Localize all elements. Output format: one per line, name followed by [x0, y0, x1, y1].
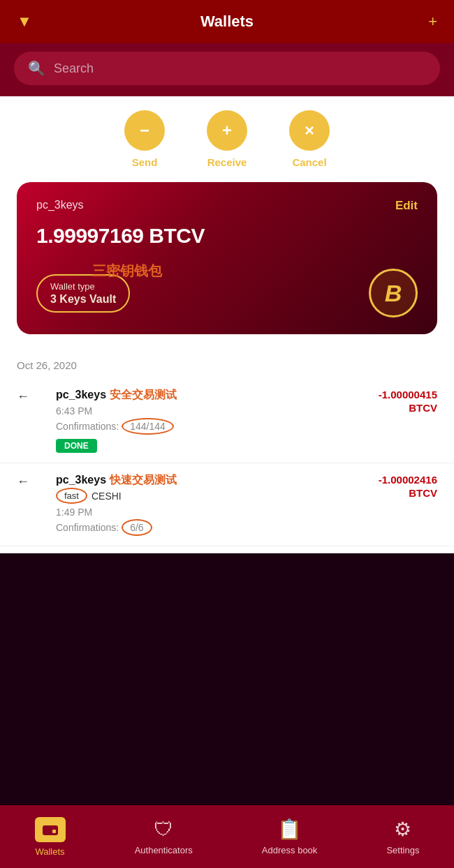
header: ▼ Wallets + [0, 0, 454, 43]
receive-button[interactable]: + Receive [207, 110, 247, 168]
tx-fast-label: fast [56, 488, 87, 504]
tx-status-done-1: DONE [56, 439, 97, 453]
svg-rect-1 [52, 830, 56, 833]
table-row[interactable]: ← 🗂 pc_3keys 快速交易测试 fast CESHI 1:49 PM C… [0, 463, 454, 546]
wallet-card-area: pc_3keys Edit 1.99997169 BTCV Wallet typ… [0, 175, 454, 348]
cancel-label: Cancel [292, 156, 326, 168]
send-label: Send [132, 156, 158, 168]
btc-letter: B [385, 280, 402, 307]
tx-conf-value-1: 144/144 [122, 418, 174, 435]
transaction-list: Oct 26, 2020 ← 🗂 pc_3keys 安全交易测试 6:43 PM… [0, 348, 454, 553]
btc-icon: B [369, 269, 418, 317]
action-area: − Send + Receive × Cancel [0, 96, 454, 175]
tx-confirmations-1: Confirmations: 144/144 [56, 418, 372, 435]
bottom-nav: Wallets 🛡 Authenticators 📋 Address book … [0, 805, 454, 868]
settings-nav-label: Settings [386, 845, 419, 855]
tx-date: Oct 26, 2020 [0, 348, 454, 378]
nav-item-wallets[interactable]: Wallets [24, 811, 77, 862]
tx-amount-2: -1.00002416 BTCV [379, 473, 437, 499]
nav-item-address-book[interactable]: 📋 Address book [251, 812, 329, 861]
send-button[interactable]: − Send [124, 110, 165, 168]
tx-left-col: ← 🗂 pc_3keys 安全交易测试 6:43 PM Confirmation… [17, 388, 372, 453]
nav-item-settings[interactable]: ⚙ Settings [375, 812, 430, 861]
page-title: Wallets [200, 13, 254, 31]
tx-left-col-2: ← 🗂 pc_3keys 快速交易测试 fast CESHI 1:49 PM C… [17, 473, 372, 536]
table-row[interactable]: ← 🗂 pc_3keys 安全交易测试 6:43 PM Confirmation… [0, 378, 454, 463]
tx-ceshi-label: CESHI [91, 491, 122, 502]
tx-wallet-name-row: pc_3keys 安全交易测试 [56, 388, 372, 403]
tx-time-2: 1:49 PM [56, 507, 372, 518]
wallet-type-chinese-annotation: 三密钥钱包 [92, 262, 162, 280]
tx-conf-value-2: 6/6 [122, 519, 152, 536]
wallet-type-label: Wallet type [50, 281, 116, 292]
tx-info-2: pc_3keys 快速交易测试 fast CESHI 1:49 PM Confi… [56, 473, 372, 536]
cancel-icon-circle: × [289, 110, 330, 151]
tx-wallet-icon: 🗂 [36, 389, 49, 404]
tx-time-1: 6:43 PM [56, 405, 372, 417]
tx-currency-2: BTCV [379, 487, 437, 499]
wallet-balance: 1.99997169 BTCV [36, 224, 418, 248]
filter-icon[interactable]: ▼ [17, 13, 32, 31]
receive-label: Receive [207, 156, 247, 168]
send-icon-circle: − [124, 110, 165, 151]
authenticators-nav-label: Authenticators [135, 845, 193, 855]
tx-direction-icon-2: ← [17, 474, 29, 489]
address-book-nav-icon: 📋 [277, 818, 302, 841]
tx-info: pc_3keys 安全交易测试 6:43 PM Confirmations: 1… [56, 388, 372, 453]
nav-item-authenticators[interactable]: 🛡 Authenticators [124, 812, 204, 861]
tx-amount-1: -1.00000415 BTCV [379, 388, 437, 414]
authenticators-nav-icon: 🛡 [154, 818, 173, 841]
tx-direction-icon: ← [17, 389, 29, 404]
tx-wallet-icon-2: 🗂 [36, 474, 49, 489]
wallet-card-footer: Wallet type 3 Keys Vault 三密钥钱包 B [36, 269, 418, 317]
settings-nav-icon: ⚙ [394, 818, 411, 841]
edit-button[interactable]: Edit [395, 199, 418, 213]
search-input[interactable] [54, 61, 426, 76]
wallet-type-name: 3 Keys Vault [50, 293, 116, 306]
tx-amount-value-1: -1.00000415 [379, 388, 437, 402]
tx-wallet-name-row-2: pc_3keys 快速交易测试 [56, 473, 372, 488]
wallets-nav-icon [35, 817, 66, 842]
tx-sublabel-row: fast CESHI [56, 488, 372, 504]
wallet-card[interactable]: pc_3keys Edit 1.99997169 BTCV Wallet typ… [17, 182, 437, 334]
wallet-card-name: pc_3keys [36, 199, 418, 211]
address-book-nav-label: Address book [262, 845, 318, 855]
search-bar-area: 🔍 [0, 43, 454, 96]
tx-confirmations-2: Confirmations: 6/6 [56, 519, 372, 536]
search-icon: 🔍 [28, 60, 45, 77]
tx-chinese-label-2: 快速交易测试 [110, 474, 177, 486]
tx-currency-1: BTCV [379, 402, 437, 414]
tx-wallet-name: pc_3keys [56, 389, 106, 401]
tx-amount-value-2: -1.00002416 [379, 473, 437, 487]
receive-icon-circle: + [207, 110, 247, 151]
wallets-nav-label: Wallets [35, 846, 64, 857]
search-input-wrap: 🔍 [14, 52, 440, 85]
tx-wallet-name-2: pc_3keys [56, 474, 106, 486]
tx-chinese-label-1: 安全交易测试 [110, 389, 177, 401]
cancel-button[interactable]: × Cancel [289, 110, 330, 168]
add-button[interactable]: + [428, 13, 437, 31]
